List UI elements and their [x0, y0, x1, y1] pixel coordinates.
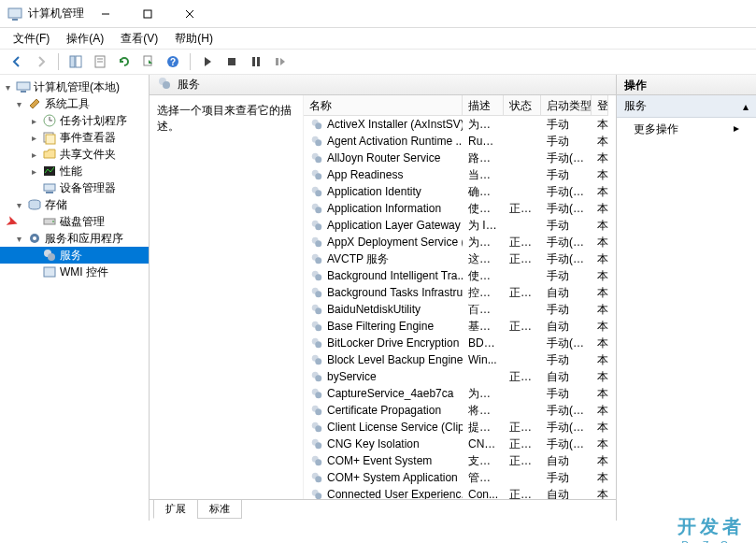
tree-storage[interactable]: ▾ 存储: [0, 196, 149, 213]
tree-root[interactable]: ▾ 计算机管理(本地): [0, 79, 149, 95]
col-name[interactable]: 名称: [304, 95, 463, 116]
col-status[interactable]: 状态: [504, 95, 541, 116]
table-row[interactable]: ActiveX Installer (AxInstSV)为从...手动本: [304, 116, 616, 133]
tab-standard[interactable]: 标准: [197, 500, 242, 519]
menu-help[interactable]: 帮助(H): [169, 29, 219, 49]
menubar: 文件(F) 操作(A) 查看(V) 帮助(H): [0, 28, 756, 49]
service-startup: 自动: [541, 319, 592, 335]
table-row[interactable]: BaiduNetdiskUtility百度...手动本: [304, 301, 616, 318]
forward-button[interactable]: [30, 50, 52, 73]
tree-event-viewer[interactable]: ▸ 事件查看器: [0, 129, 149, 146]
table-row[interactable]: Base Filtering Engine基本...正在...自动本: [304, 318, 616, 335]
actions-category[interactable]: 服务 ▴: [617, 95, 756, 118]
table-row[interactable]: Agent Activation Runtime ...Runt...手动本: [304, 133, 616, 150]
table-row[interactable]: Background Tasks Infrastru...控制...正在...自…: [304, 284, 616, 301]
tree-performance[interactable]: ▸ 性能: [0, 163, 149, 179]
export-list-button[interactable]: [137, 50, 160, 73]
service-desc: 支持...: [463, 453, 504, 469]
refresh-button[interactable]: [113, 50, 136, 73]
services-icon: [42, 248, 57, 263]
restart-service-button[interactable]: [269, 50, 292, 73]
table-row[interactable]: Connected User Experienc...Con...正在...自动…: [304, 486, 616, 499]
maximize-button[interactable]: [126, 1, 168, 27]
minimize-button[interactable]: [84, 1, 126, 27]
tree-pane[interactable]: ▾ 计算机管理(本地) ▾ 系统工具 ▸ 任务计划程序 ▸ 事件查看器 ▸ 共享…: [0, 75, 150, 521]
device-icon: [42, 180, 57, 195]
properties-button[interactable]: [89, 50, 111, 73]
svg-point-69: [315, 375, 321, 381]
service-logon: 本: [592, 268, 608, 284]
svg-rect-24: [46, 135, 55, 144]
svg-rect-1: [12, 19, 18, 21]
service-name: Background Intelligent Tra...: [327, 269, 463, 282]
service-logon: 本: [592, 201, 608, 217]
tree-wmi[interactable]: WMI 控件: [0, 264, 149, 280]
col-logon[interactable]: 登: [592, 95, 608, 116]
chevron-right-icon[interactable]: ▸: [28, 166, 39, 177]
more-actions[interactable]: 更多操作 ▸: [617, 118, 756, 141]
table-row[interactable]: Certificate Propagation将用...手动(触发...本: [304, 402, 616, 419]
table-row[interactable]: CNG Key IsolationCNG...正在...手动(触发...本: [304, 436, 616, 452]
tree-services[interactable]: 服务: [0, 247, 149, 264]
chevron-down-icon[interactable]: ▾: [13, 99, 24, 109]
service-gear-icon: [309, 403, 324, 418]
app-icon: [7, 7, 22, 21]
tree-shared-folders[interactable]: ▸ 共享文件夹: [0, 146, 149, 163]
chevron-right-icon[interactable]: ▸: [28, 133, 39, 143]
svg-point-79: [315, 459, 321, 465]
table-row[interactable]: Background Intelligent Tra...使用...手动本: [304, 267, 616, 284]
chevron-down-icon[interactable]: ▾: [2, 82, 13, 93]
svg-rect-7: [76, 56, 81, 67]
service-status: 正在...: [504, 436, 541, 452]
start-service-button[interactable]: [196, 50, 219, 73]
actions-header: 操作: [617, 75, 756, 95]
tree-label: 服务: [60, 248, 82, 264]
menu-file[interactable]: 文件(F): [7, 29, 55, 49]
chevron-down-icon[interactable]: ▾: [13, 200, 24, 210]
table-row[interactable]: AllJoyn Router Service路由...手动(触发...本: [304, 150, 616, 166]
service-name: CaptureService_4aeb7ca: [327, 387, 453, 400]
show-hide-tree-button[interactable]: [64, 50, 87, 73]
table-row[interactable]: AVCTP 服务这是...正在...手动(触发...本: [304, 250, 616, 267]
table-row[interactable]: App Readiness当用...手动本: [304, 166, 616, 183]
table-row[interactable]: Client License Service (Clip...提供...正在..…: [304, 419, 616, 436]
table-row[interactable]: COM+ System Application管理...手动本: [304, 469, 616, 486]
tree-label: 共享文件夹: [60, 147, 116, 163]
menu-action[interactable]: 操作(A): [61, 29, 109, 49]
chevron-right-icon[interactable]: ▸: [28, 116, 39, 126]
service-status: 正在...: [504, 487, 541, 500]
tree-disk-management[interactable]: 磁盘管理: [0, 213, 149, 230]
tree-services-apps[interactable]: ▾ 服务和应用程序: [0, 230, 149, 247]
pause-service-button[interactable]: [245, 50, 267, 73]
close-button[interactable]: [168, 1, 210, 27]
col-startup[interactable]: 启动类型: [541, 95, 592, 116]
menu-view[interactable]: 查看(V): [115, 29, 164, 49]
tree-system-tools[interactable]: ▾ 系统工具: [0, 95, 149, 112]
services-list[interactable]: 名称 描述 状态 启动类型 登 ActiveX Installer (AxIns…: [304, 95, 616, 499]
svg-point-47: [315, 190, 321, 196]
table-row[interactable]: BitLocker Drive Encryption ...BDE...手动(触…: [304, 335, 616, 351]
tree-device-manager[interactable]: 设备管理器: [0, 179, 149, 196]
table-row[interactable]: Application Identity确定...手动(触发...本: [304, 183, 616, 200]
service-desc: 使用...: [463, 201, 504, 217]
chevron-right-icon[interactable]: ▸: [28, 150, 39, 160]
stop-service-button[interactable]: [221, 50, 243, 73]
back-button[interactable]: [6, 50, 28, 73]
service-logon: 本: [592, 369, 608, 385]
service-startup: 手动(触发...: [541, 403, 592, 419]
svg-point-71: [315, 392, 321, 398]
col-desc[interactable]: 描述: [463, 95, 504, 116]
chevron-down-icon[interactable]: ▾: [13, 234, 24, 244]
tab-extended[interactable]: 扩展: [153, 500, 198, 519]
table-row[interactable]: Application Layer Gateway ...为 In...手动本: [304, 217, 616, 234]
table-row[interactable]: Block Level Backup Engine ...Win...手动本: [304, 351, 616, 368]
tree-task-scheduler[interactable]: ▸ 任务计划程序: [0, 112, 149, 129]
table-row[interactable]: Application Information使用...正在...手动(触发..…: [304, 200, 616, 217]
table-row[interactable]: byService正在...自动本: [304, 368, 616, 385]
table-row[interactable]: AppX Deployment Service (...为部...正在...手动…: [304, 234, 616, 250]
table-row[interactable]: COM+ Event System支持...正在...自动本: [304, 452, 616, 469]
table-row[interactable]: CaptureService_4aeb7ca为调...手动本: [304, 385, 616, 402]
svg-rect-18: [17, 82, 30, 90]
help-button[interactable]: ?: [162, 50, 184, 73]
svg-point-73: [315, 408, 321, 415]
